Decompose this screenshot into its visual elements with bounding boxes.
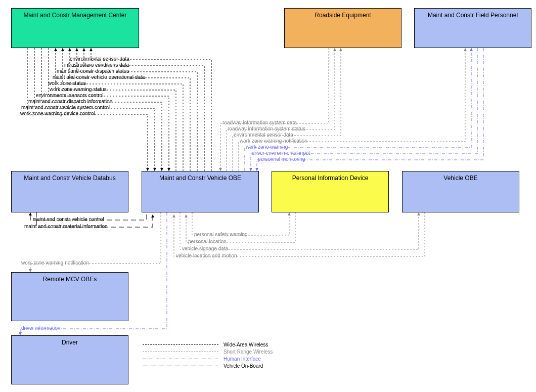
box-label: Maint and Constr Vehicle Databus [24,175,115,182]
flow-safety-warn: personal safety warning [194,232,248,237]
flow-wz-status: work zone status [48,81,86,86]
flow-personnel-mon: personnel monitoring [258,157,305,162]
flow-pers-loc: personal location [188,239,227,244]
legend-label: Wide-Area Wireless [224,342,268,347]
flow-veh-signage: vehicle signage data [182,246,228,251]
flow-dispatch-status: maint and constr dispatch status [57,69,129,74]
flow-driver-env-input: driver environmental input [252,151,310,156]
box-vehicle-obe[interactable]: Vehicle OBE [402,171,519,212]
flow-infra-cond: infrastructure conditions data [64,63,129,68]
legend-label: Short Range Wireless [224,349,273,355]
box-label: Maint and Constr Vehicle OBE [159,175,241,182]
box-databus[interactable]: Maint and Constr Vehicle Databus [11,171,128,212]
legend-human: Human Interface [143,356,261,362]
flow-dispatch-info: maint and constr dispatch information [28,99,112,104]
legend-wide: Wide-Area Wireless [143,342,268,347]
flow-env-sensor-data2: environmental sensor data [234,133,293,138]
box-driver[interactable]: Driver [11,335,128,384]
box-label: Maint and Constr Field Personnel [428,12,518,19]
legend-onboard: Vehicle On-Board [143,363,263,369]
box-label: Roadside Equipment [315,12,371,19]
flow-veh-ctrl: maint and constr vehicle control [33,217,104,222]
flow-wz-warn-notif2: work zone warning notification [21,260,89,266]
flow-env-sensor-data: environmental sensor data [70,57,129,62]
box-mgmt-center[interactable]: Maint and Constr Management Center [11,8,139,48]
box-label: Vehicle OBE [443,175,477,182]
box-remote-mcv[interactable]: Remote MCV OBEs [11,272,128,321]
box-roadside[interactable]: Roadside Equipment [284,8,401,48]
legend-short: Short Range Wireless [143,349,273,355]
box-field-personnel[interactable]: Maint and Constr Field Personnel [414,8,531,48]
flow-ris-data: roadway information system data [222,120,297,125]
legend-label: Human Interface [224,356,261,362]
box-pid[interactable]: Personal Information Device [272,171,389,212]
flow-material-info: maint and constr material information [24,224,108,229]
flow-veh-op-data: maint and constr vehicle operational dat… [53,75,145,80]
box-label: Personal Information Device [292,175,369,182]
flow-driver-info: driver information [21,326,60,331]
legend-label: Vehicle On-Board [224,363,263,369]
flow-wz-warn-notif: work zone warning notification [240,139,307,144]
flow-veh-loc-motion: vehicle location and motion [176,253,237,258]
box-mcv-obe[interactable]: Maint and Constr Vehicle OBE [142,171,259,212]
flow-ris-status: roadway information system status [228,126,305,132]
box-label: Maint and Constr Management Center [23,12,126,19]
flow-wz-warn-status: work zone warning status [50,87,107,92]
flow-wz-warning: work zone warning [246,145,288,150]
box-label: Driver [62,339,78,346]
box-label: Remote MCV OBEs [43,276,97,283]
flow-veh-sys-ctrl: maint and constr vehicle system control [21,105,110,110]
flow-wz-warn-dev-ctrl: work zone warning device control [20,111,95,116]
flow-env-sensor-ctrl: environmental sensors control [36,93,103,98]
